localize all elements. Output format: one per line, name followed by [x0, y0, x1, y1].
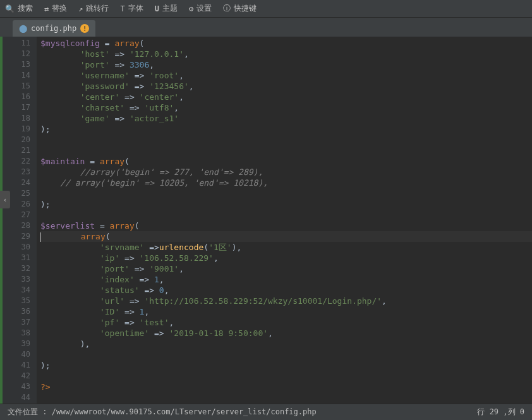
- toolbar-replace[interactable]: ⇄ 替换: [44, 3, 67, 14]
- toolbar-font[interactable]: T 字体: [120, 3, 143, 14]
- tab-bar: ⬤ config.php !: [0, 18, 532, 37]
- toolbar-label: 跳转行: [86, 3, 109, 14]
- toolbar-label: 快捷键: [234, 3, 257, 14]
- tab-config-php[interactable]: ⬤ config.php !: [13, 20, 95, 37]
- replace-icon: ⇄: [44, 4, 49, 13]
- toolbar-shortcuts[interactable]: ⓘ 快捷键: [223, 3, 257, 14]
- editor: ‹ 11121314151617181920212223242526272829…: [0, 37, 532, 404]
- cursor-position: 行 29 ,列 0: [477, 407, 524, 417]
- line-gutter: 1112131415161718192021222324252627282930…: [3, 37, 37, 404]
- panel-collapse-handle[interactable]: ‹: [0, 191, 10, 208]
- toolbar-search[interactable]: 🔍 搜索: [5, 3, 33, 14]
- toolbar-label: 替换: [52, 3, 67, 14]
- font-icon: T: [120, 4, 124, 13]
- code-area[interactable]: $mysqlconfig = array( 'host' => '127.0.0…: [37, 37, 532, 404]
- search-icon: 🔍: [5, 4, 15, 13]
- theme-icon: U: [155, 4, 159, 13]
- file-path: 文件位置 : /www/wwwroot/www.90175.com/LTserv…: [8, 407, 317, 417]
- toolbar-label: 主题: [162, 3, 178, 14]
- toolbar-label: 设置: [196, 3, 212, 14]
- toolbar-settings[interactable]: ⚙ 设置: [189, 3, 212, 14]
- tab-filename: config.php: [31, 24, 76, 33]
- php-file-icon: ⬤: [19, 24, 27, 33]
- info-icon: ⓘ: [223, 3, 231, 14]
- goto-icon: ↗: [78, 4, 83, 13]
- warning-badge-icon: !: [80, 24, 89, 33]
- toolbar-theme[interactable]: U 主题: [155, 3, 178, 14]
- toolbar-goto[interactable]: ↗ 跳转行: [78, 3, 109, 14]
- toolbar-label: 字体: [128, 3, 143, 14]
- status-bar: 文件位置 : /www/wwwroot/www.90175.com/LTserv…: [0, 404, 532, 420]
- toolbar-label: 搜索: [18, 3, 33, 14]
- gear-icon: ⚙: [189, 4, 193, 13]
- toolbar: 🔍 搜索 ⇄ 替换 ↗ 跳转行 T 字体 U 主题 ⚙ 设置 ⓘ 快捷键: [0, 0, 532, 18]
